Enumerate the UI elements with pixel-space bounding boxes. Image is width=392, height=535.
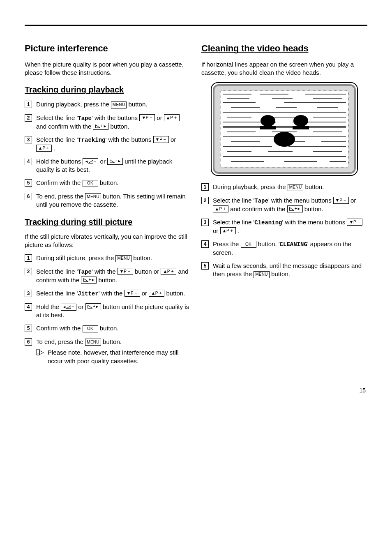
text: button. [271,270,290,277]
step-number: 6 [25,193,32,200]
text: or [350,197,356,204]
mono-label: Jitter [78,291,98,297]
step-number: 5 [25,179,32,187]
text: button. [100,179,119,186]
text: ' with the buttons [92,114,139,121]
list-item: 4 Hold the − or + button until the pictu… [25,303,191,320]
step-number: 1 [201,183,209,191]
mono-label: Tape [78,115,92,122]
text: During playback, press the [36,101,111,108]
p-plus-button-icon: P + [220,227,236,234]
text: button. [305,183,324,190]
step-number: 3 [25,136,32,143]
text: Hold the [36,303,61,310]
menu-button-icon: MENU [85,193,101,200]
menu-button-icon: MENU [111,101,127,108]
text: button. [304,205,323,212]
text: During playback, press the [213,183,288,190]
intro-cleaning-heads: If horizontal lines appear on the screen… [201,60,367,77]
text: and confirm with the [36,123,93,130]
text: button. [133,254,152,261]
wedge-minus-left-button-icon: − [83,158,98,165]
heading-picture-interference: Picture interference [25,42,191,55]
right-column: Cleaning the video heads If horizontal l… [201,42,367,370]
svg-marker-8 [39,351,44,355]
svg-rect-49 [260,126,276,129]
ok-button-icon: OK [241,241,256,248]
svg-point-46 [261,115,275,127]
p-plus-button-icon: P + [161,268,176,275]
p-minus-button-icon: P − [333,197,349,204]
list-item: 4 Hold the buttons − or + until the play… [25,157,191,174]
p-plus-button-icon: P + [36,145,52,152]
p-plus-button-icon: P + [213,205,228,212]
text: or [100,158,108,165]
step-number: 3 [201,219,209,226]
list-item: 2 Select the line 'Tape' with the button… [25,114,191,131]
top-rule [25,25,367,26]
ok-button-icon: OK [83,180,98,187]
text: Select the line ' [36,268,78,275]
p-minus-button-icon: P − [153,136,169,143]
p-plus-button-icon: P + [164,114,180,121]
tv-interference-illustration [210,82,358,176]
list-item: 4 Press the OK button. 'CLEANING' appear… [201,240,367,257]
text: or [171,136,176,143]
wedge-minus-left-button-icon: − [61,304,76,311]
list-item: 3 Select the line 'Cleaning' with the me… [201,218,367,235]
text: ' with the [92,268,118,275]
step-number: 1 [25,254,32,262]
text: button. [129,101,148,108]
text: Select the line ' [36,290,78,297]
heading-tracking-playback: Tracking during playback [25,84,191,95]
mono-label: Tracking [78,137,105,143]
text: button. [166,290,185,297]
list-item: 3 Select the line 'Jitter' with the P − … [25,289,191,298]
list-item: 5 Wait a few seconds, until the message … [201,262,367,279]
p-minus-button-icon: P − [139,114,155,121]
steps-tracking-still: 1 During still picture, press the MENU b… [25,254,191,365]
step-number: 1 [25,101,32,108]
step-number: 2 [25,114,32,122]
info-arrow-icon: i [36,349,44,358]
text: or [78,303,85,310]
text: button. [98,277,117,284]
wedge-plus-right-button-icon: + [85,303,101,310]
text: button. [100,325,119,332]
svg-point-48 [274,132,295,147]
text: Confirm with the [36,179,83,186]
mono-label: Cleaning [254,219,282,226]
text: ' with the [99,290,125,297]
text: Press the [213,240,241,247]
note-text: Please note, however, that interference … [48,348,191,365]
text: or [213,227,220,234]
svg-point-47 [293,115,308,127]
p-minus-button-icon: P − [347,219,362,226]
heading-cleaning-heads: Cleaning the video heads [201,42,367,55]
p-minus-button-icon: P − [125,290,140,297]
p-plus-button-icon: P + [149,290,164,297]
text: To end, press the [36,193,85,200]
text: . [53,145,55,152]
text: . [238,227,239,234]
step-number: 4 [201,240,209,248]
heading-tracking-still: Tracking during still picture [25,217,191,228]
wedge-plus-right-button-icon: + [287,205,303,212]
text: or [142,290,149,297]
step-number: 5 [25,325,32,332]
steps-tracking-playback: 1 During playback, press the MENU button… [25,100,191,209]
list-item: 2 Select the line 'Tape' with the menu b… [201,196,367,213]
list-item: 3 Select the line 'Tracking' with the bu… [25,136,191,152]
text: and confirm with the [230,205,287,212]
text: button. ' [258,240,280,247]
menu-button-icon: MENU [85,339,101,346]
list-item: 1 During playback, press the MENU button… [25,100,191,109]
text: button. [103,338,122,345]
list-item: 1 During playback, press the MENU button… [201,183,367,191]
svg-rect-50 [293,126,309,129]
step-number: 5 [201,262,209,270]
text: ' with the menu buttons [268,197,333,204]
list-item: 2 Select the line 'Tape' with the P − bu… [25,268,191,284]
step-number: 2 [201,197,209,204]
mono-label: Tape [254,198,268,204]
